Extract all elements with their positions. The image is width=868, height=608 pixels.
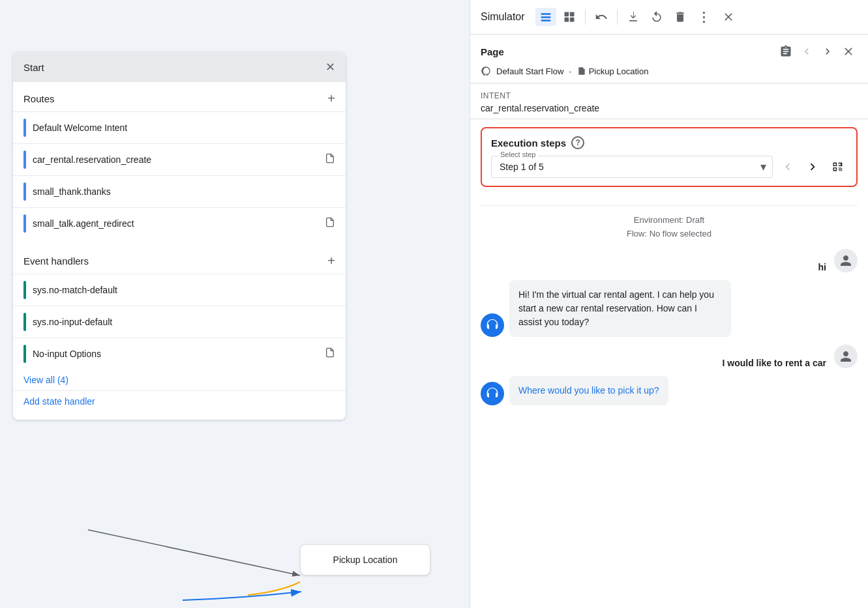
page-nav: [777, 42, 858, 61]
route-item[interactable]: small_thank.thanks: [13, 175, 346, 207]
prev-step-button[interactable]: [778, 157, 798, 177]
close-page-button[interactable]: [839, 42, 858, 61]
list-view-button[interactable]: [535, 8, 556, 26]
doc-icon-route-4: [325, 217, 335, 230]
flow-card-header: Start ✕: [13, 52, 346, 82]
execution-steps-header: Execution steps ?: [491, 136, 847, 149]
bot-avatar-2: [481, 382, 504, 405]
svg-line-3: [88, 530, 300, 575]
eh-bar-2: [23, 313, 26, 331]
toolbar-divider: [585, 9, 586, 25]
page-row: Page: [481, 42, 858, 61]
eh-bar-3: [23, 345, 26, 363]
user-avatar-1: [834, 249, 858, 272]
page-section: Page: [470, 35, 868, 83]
chat-env-info: Environment: Draft Flow: No flow selecte…: [481, 214, 858, 241]
more-options-button[interactable]: ⋮: [693, 7, 715, 27]
undo-button[interactable]: [591, 8, 612, 26]
grid-view-icon: [563, 10, 576, 23]
user-avatar-2: [834, 345, 858, 368]
add-route-icon: +: [327, 91, 335, 106]
bot-message-2-text: Where would you like to pick it up?: [509, 376, 668, 405]
page-label: Page: [481, 46, 504, 57]
right-panel: Simulator: [470, 0, 868, 608]
intent-label: Intent: [481, 91, 858, 100]
chevron-right-icon: [821, 45, 834, 58]
svg-rect-4: [541, 13, 550, 15]
breadcrumb-page-name: Pickup Location: [589, 66, 649, 76]
svg-rect-9: [564, 18, 569, 22]
bot-avatar-1: [481, 313, 504, 337]
route-bar-1: [23, 119, 26, 137]
doc-icon-eh-3: [325, 347, 335, 360]
sim-toolbar: ⋮: [535, 7, 739, 27]
close-icon: ✕: [325, 60, 335, 74]
next-page-button[interactable]: [818, 42, 837, 61]
chevron-left-icon: [800, 45, 813, 58]
scan-button[interactable]: [828, 157, 847, 177]
env-line-1: Environment: Draft: [481, 214, 858, 227]
add-route-button[interactable]: +: [327, 91, 335, 106]
doc-icon-route-2: [325, 153, 335, 166]
user-message-1-text: hi: [818, 262, 829, 272]
eh-label-3: No-input Options: [33, 349, 101, 359]
delete-button[interactable]: [670, 8, 691, 26]
page-icon: [577, 66, 586, 76]
route-label-1: Default Welcome Intent: [33, 123, 127, 133]
canvas-area: Pickup Location: [0, 491, 470, 608]
help-icon[interactable]: ?: [571, 136, 584, 149]
bot-message-1-row: Hi! I'm the virtual car rental agent. I …: [481, 280, 858, 337]
reset-icon: [650, 10, 663, 23]
breadcrumb-flow: Default Start Flow: [496, 66, 563, 76]
route-item[interactable]: Default Welcome Intent: [13, 111, 346, 143]
prev-step-icon: [781, 160, 795, 174]
reset-button[interactable]: [646, 8, 667, 26]
close-card-button[interactable]: ✕: [325, 60, 335, 74]
grid-view-button[interactable]: [559, 8, 580, 26]
add-state-handler-link[interactable]: Add state handler: [13, 390, 346, 409]
simulator-header: Simulator: [470, 0, 868, 35]
list-view-icon: [539, 10, 552, 23]
eh-bar-1: [23, 281, 26, 299]
breadcrumb: Default Start Flow - Pickup Location: [481, 66, 858, 76]
flow-card: Start ✕ Routes + Default Welcome Intent …: [13, 52, 346, 420]
step-select[interactable]: Step 1 of 5 Step 2 of 5 Step 3 of 5 Step…: [491, 156, 773, 178]
download-button[interactable]: [623, 8, 644, 26]
prev-page-button[interactable]: [798, 42, 816, 61]
add-event-handler-icon: +: [327, 253, 335, 268]
view-all-link[interactable]: View all (4): [13, 369, 346, 390]
person-icon-2: [839, 350, 852, 363]
svg-rect-7: [564, 12, 569, 17]
more-vert-icon: ⋮: [697, 9, 711, 25]
svg-rect-6: [541, 20, 550, 21]
scan-icon: [830, 160, 845, 174]
next-step-icon: [805, 160, 820, 174]
add-event-handler-button[interactable]: +: [327, 253, 335, 268]
breadcrumb-page: Pickup Location: [577, 66, 649, 76]
close-simulator-button[interactable]: [718, 8, 739, 26]
intent-section: Intent car_rental.reservation_create: [470, 83, 868, 119]
route-label-4: small_talk.agent_redirect: [33, 218, 134, 229]
clipboard-icon: [779, 45, 792, 58]
user-message-2-text: I would like to rent a car: [723, 358, 829, 368]
close-icon: [722, 10, 735, 23]
clipboard-button[interactable]: [777, 42, 795, 61]
route-item[interactable]: car_rental.reservation_create: [13, 143, 346, 175]
event-handler-item[interactable]: sys.no-input-default: [13, 306, 346, 338]
toolbar-divider-2: [617, 9, 618, 25]
event-handler-item[interactable]: sys.no-match-default: [13, 274, 346, 306]
event-handlers-label: Event handlers: [23, 255, 89, 267]
chat-divider: [481, 205, 858, 206]
routes-section-header: Routes +: [13, 82, 346, 111]
route-label-3: small_thank.thanks: [33, 186, 111, 197]
simulator-title: Simulator: [481, 11, 525, 23]
pickup-location-node[interactable]: Pickup Location: [300, 544, 430, 575]
route-bar-3: [23, 182, 26, 201]
headset-icon-2: [486, 387, 499, 400]
route-item[interactable]: small_talk.agent_redirect: [13, 207, 346, 239]
next-step-button[interactable]: [803, 157, 822, 177]
step-select-label: Select step: [498, 151, 538, 158]
close-page-icon: [842, 45, 855, 58]
event-handler-item[interactable]: No-input Options: [13, 338, 346, 369]
person-icon: [839, 254, 852, 267]
